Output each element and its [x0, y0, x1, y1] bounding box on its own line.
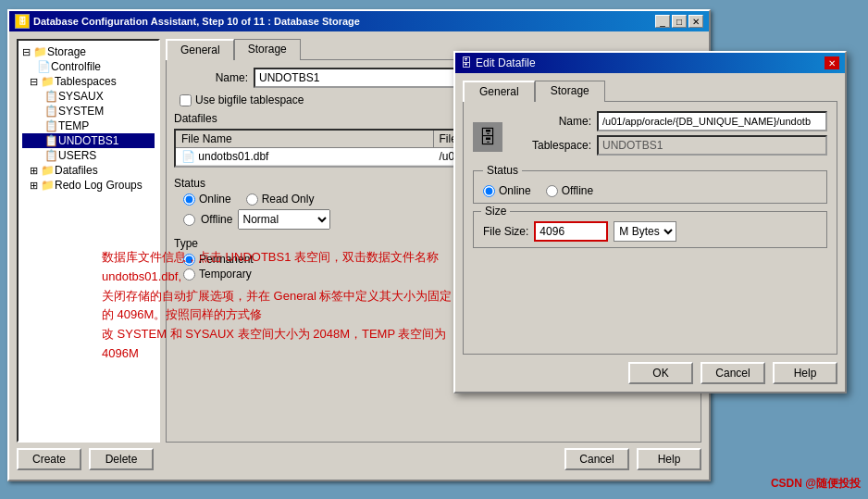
redolog-folder-icon: 📁 — [41, 179, 55, 192]
tree-item-datafiles[interactable]: ⊞ 📁 Datafiles — [22, 163, 155, 178]
radio-temporary-label: Temporary — [199, 268, 252, 281]
storage-expand-icon: ⊟ — [22, 46, 31, 58]
name-label: Name: — [174, 71, 248, 84]
dialog-radio-offline-label: Offline — [562, 184, 593, 197]
system-icon: 📋 — [44, 105, 58, 118]
cell-filename: 📄 undotbs01.dbf — [176, 148, 434, 165]
delete-button[interactable]: Delete — [89, 448, 154, 470]
dialog-radio-offline: Offline — [546, 184, 593, 197]
right-buttons: Cancel Help — [564, 448, 701, 470]
dialog-radio-online-input[interactable] — [483, 185, 495, 197]
radio-online-label: Online — [199, 193, 231, 206]
dialog-size-section: Size File Size: M Bytes K Bytes G Bytes — [473, 211, 827, 248]
dialog-help-button[interactable]: Help — [773, 362, 837, 384]
dialog-db-icon: 🗄 — [473, 122, 502, 152]
dialog-tab-general-label: General — [479, 85, 519, 98]
tree-item-tablespaces[interactable]: ⊟ 📁 Tablespaces — [22, 74, 155, 89]
dialog-tab-storage-label: Storage — [551, 84, 589, 97]
dialog-name-field-row: Name: — [508, 111, 827, 131]
dialog-size-row: File Size: M Bytes K Bytes G Bytes — [483, 221, 817, 242]
tree-undotbs1-label: UNDOTBS1 — [58, 134, 118, 147]
radio-offline-input[interactable] — [183, 214, 195, 226]
create-button[interactable]: Create — [17, 448, 81, 470]
radio-temporary-input[interactable] — [183, 268, 195, 281]
minimize-button[interactable]: _ — [655, 15, 670, 28]
radio-readonly-input[interactable] — [246, 193, 258, 206]
tree-item-storage[interactable]: ⊟ 📁 Storage — [22, 44, 155, 59]
tree-item-controlfile[interactable]: 📄 Controlfile — [22, 59, 155, 74]
sysaux-icon: 📋 — [44, 90, 58, 103]
dialog-titlebar-left: 🗄 Edit Datafile — [461, 56, 536, 69]
tree-item-system[interactable]: 📋 SYSTEM — [22, 104, 155, 119]
bigfile-label: Use bigfile tablespace — [195, 94, 304, 106]
dialog-name-input[interactable] — [597, 111, 827, 131]
radio-permanent-label: Permanent — [199, 253, 254, 266]
tree-controlfile-label: Controlfile — [51, 60, 101, 73]
file-icon: 📄 — [181, 150, 195, 163]
radio-online-input[interactable] — [183, 193, 195, 206]
csdn-text: CSDN @随便投投 — [771, 477, 861, 490]
tab-general-label: General — [180, 44, 220, 56]
titlebar-controls: _ □ ✕ — [655, 15, 703, 28]
tree-users-label: USERS — [58, 149, 96, 162]
dialog-filesize-label: File Size: — [483, 225, 528, 238]
dialog-tablespace-input — [597, 135, 827, 156]
radio-readonly: Read Only — [246, 193, 315, 206]
left-buttons: Create Delete — [17, 448, 154, 470]
tree-item-users[interactable]: 📋 USERS — [22, 148, 155, 163]
dialog-filesize-input[interactable] — [534, 221, 608, 242]
dialog-status-section-label: Status — [483, 164, 522, 177]
undotbs1-icon: 📋 — [44, 134, 58, 147]
offline-dropdown[interactable]: Normal — [238, 209, 330, 230]
edit-datafile-dialog: 🗄 Edit Datafile ✕ General Storage 🗄 Name… — [453, 51, 847, 393]
tree-item-temp[interactable]: 📋 TEMP — [22, 119, 155, 133]
maximize-button[interactable]: □ — [672, 15, 687, 28]
tree-item-redolog[interactable]: ⊞ 📁 Redo Log Groups — [22, 178, 155, 193]
tablespaces-expand-icon: ⊟ — [30, 76, 38, 88]
tab-general[interactable]: General — [166, 39, 234, 60]
main-title: Database Configuration Assistant, Step 1… — [33, 16, 360, 27]
radio-permanent-input[interactable] — [183, 254, 195, 266]
cancel-button[interactable]: Cancel — [564, 448, 629, 470]
dialog-tab-content: 🗄 Name: Tablespace: Status — [463, 101, 837, 355]
dialog-radio-offline-input[interactable] — [546, 185, 558, 197]
tab-storage-label: Storage — [248, 43, 287, 56]
dialog-name-field-group: Name: Tablespace: — [508, 111, 827, 163]
main-titlebar: 🗄 Database Configuration Assistant, Step… — [9, 11, 709, 31]
dialog-cancel-button[interactable]: Cancel — [701, 362, 765, 384]
dialog-name-row: 🗄 Name: Tablespace: — [473, 111, 827, 163]
controlfile-icon: 📄 — [37, 60, 51, 73]
dialog-unit-select[interactable]: M Bytes K Bytes G Bytes — [614, 221, 676, 242]
dialog-tab-general[interactable]: General — [463, 81, 535, 102]
dialog-radio-online-label: Online — [499, 184, 531, 197]
tree-item-undotbs1[interactable]: 📋 UNDOTBS1 — [22, 133, 155, 148]
dialog-ok-button[interactable]: OK — [628, 362, 693, 384]
dialog-radio-online: Online — [483, 184, 531, 197]
app-icon: 🗄 — [15, 14, 30, 29]
dialog-name-label: Name: — [508, 115, 591, 128]
tablespaces-folder-icon: 📁 — [41, 75, 55, 88]
dialog-title: Edit Datafile — [476, 56, 536, 69]
dialog-status-radios: Online Offline — [483, 184, 817, 197]
bigfile-checkbox[interactable] — [180, 94, 192, 106]
dialog-status-group: Status Online Offline — [473, 170, 827, 204]
dialog-tab-bar: General Storage — [463, 81, 837, 102]
tree-system-label: SYSTEM — [58, 105, 104, 118]
titlebar-left: 🗄 Database Configuration Assistant, Step… — [15, 14, 360, 29]
tree-item-sysaux[interactable]: 📋 SYSAUX — [22, 89, 155, 104]
tree-panel: ⊟ 📁 Storage 📄 Controlfile ⊟ 📁 Tablespace… — [17, 39, 160, 443]
dialog-titlebar: 🗄 Edit Datafile ✕ — [455, 53, 845, 73]
dialog-tablespace-row: Tablespace: — [508, 135, 827, 156]
csdn-watermark: CSDN @随便投投 — [771, 476, 861, 492]
cell-filename-text: undotbs01.dbf — [198, 150, 268, 163]
tree-temp-label: TEMP — [58, 119, 89, 132]
tab-storage[interactable]: Storage — [234, 39, 301, 60]
dialog-close-button[interactable]: ✕ — [825, 56, 839, 69]
dialog-size-section-label: Size — [481, 205, 510, 218]
dialog-body: General Storage 🗄 Name: Tablespace: — [455, 73, 845, 392]
dialog-tab-storage[interactable]: Storage — [535, 81, 605, 102]
close-button[interactable]: ✕ — [688, 15, 703, 28]
help-button[interactable]: Help — [637, 448, 701, 470]
redolog-expand-icon: ⊞ — [30, 180, 38, 192]
tree-tablespaces-label: Tablespaces — [55, 75, 117, 88]
